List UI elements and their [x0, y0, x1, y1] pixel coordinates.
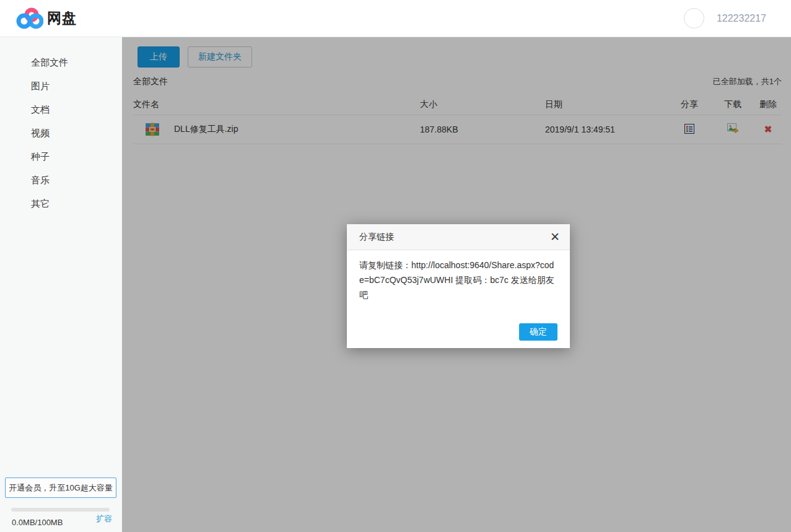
sidebar-nav: 全部文件 图片 文档 视频 种子 音乐 其它 [0, 37, 122, 216]
sidebar-item-others[interactable]: 其它 [0, 192, 122, 216]
user-avatar[interactable] [684, 8, 704, 28]
dialog-body-text: 请复制链接：http://localhost:9640/Share.aspx?c… [347, 250, 570, 302]
app-title: 网盘 [47, 9, 77, 28]
sidebar-item-images[interactable]: 图片 [0, 74, 122, 98]
quota-row: 0.0MB/100MB 扩容 [12, 513, 112, 527]
netdisk-app: 网盘 122232217 全部文件 图片 文档 视频 种子 音乐 其它 开通会员… [0, 0, 791, 532]
dialog-title: 分享链接 [359, 232, 394, 243]
confirm-button[interactable]: 确定 [519, 323, 557, 341]
expand-quota-link[interactable]: 扩容 [96, 513, 112, 525]
quota-progress-bar [11, 508, 110, 512]
sidebar-item-all-files[interactable]: 全部文件 [0, 51, 122, 74]
cloud-logo-icon [16, 7, 43, 30]
quota-usage-text: 0.0MB/100MB [12, 518, 63, 527]
app-header: 网盘 122232217 [0, 0, 791, 37]
user-id: 122232217 [717, 13, 766, 24]
app-logo[interactable]: 网盘 [16, 7, 77, 30]
share-link-dialog: 分享链接 ✕ 请复制链接：http://localhost:9640/Share… [347, 224, 570, 348]
header-user-area: 122232217 [684, 8, 766, 28]
dialog-header: 分享链接 ✕ [347, 224, 570, 250]
sidebar-item-documents[interactable]: 文档 [0, 98, 122, 121]
sidebar-item-torrents[interactable]: 种子 [0, 145, 122, 168]
sidebar: 全部文件 图片 文档 视频 种子 音乐 其它 开通会员，升至10G超大容量 0.… [0, 37, 122, 532]
sidebar-item-music[interactable]: 音乐 [0, 168, 122, 192]
close-icon[interactable]: ✕ [549, 230, 561, 244]
sidebar-item-videos[interactable]: 视频 [0, 121, 122, 145]
upgrade-member-button[interactable]: 开通会员，升至10G超大容量 [5, 477, 116, 498]
